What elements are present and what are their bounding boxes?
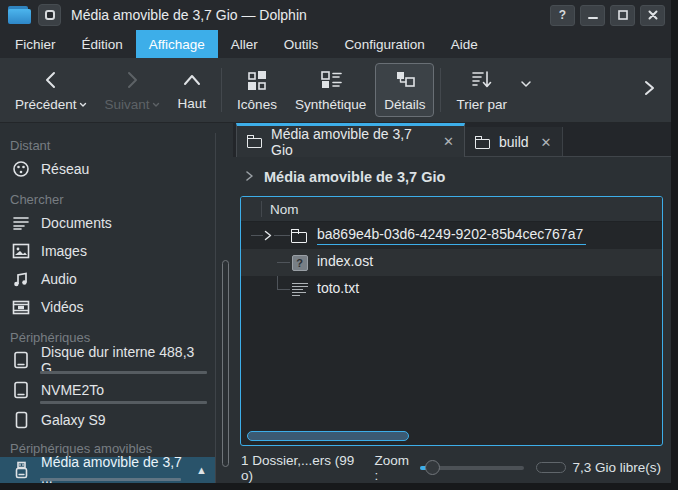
up-button[interactable]: Haut bbox=[169, 64, 216, 116]
column-header[interactable]: Nom bbox=[241, 197, 662, 222]
file-row-index-ost[interactable]: ? index.ost bbox=[241, 249, 662, 276]
menu-edition[interactable]: Édition bbox=[69, 30, 136, 58]
compact-view-button[interactable]: Synthétique bbox=[286, 63, 375, 117]
file-name[interactable]: toto.txt bbox=[317, 280, 359, 296]
capacity-bar bbox=[40, 371, 207, 374]
tab-media-amovible[interactable]: Média amovible de 3,7 Gio ✕ bbox=[236, 123, 465, 157]
places-panel: Distant Réseau Chercher Documents Images bbox=[0, 123, 233, 483]
phone-icon bbox=[12, 411, 30, 429]
help-button[interactable]: ? bbox=[550, 5, 575, 26]
eject-icon[interactable]: ▲ bbox=[196, 464, 207, 476]
minimize-button[interactable] bbox=[580, 5, 605, 26]
toolbar-separator bbox=[221, 68, 222, 112]
sort-by-button[interactable]: Trier par bbox=[447, 63, 516, 117]
chevron-down-icon bbox=[152, 96, 160, 111]
harddisk-icon bbox=[12, 351, 30, 369]
file-row-toto-txt[interactable]: toto.txt bbox=[241, 276, 662, 303]
sort-icon bbox=[470, 69, 494, 94]
breadcrumb[interactable]: Média amovible de 3,7 Gio bbox=[233, 157, 671, 196]
column-header-nom[interactable]: Nom bbox=[241, 202, 299, 217]
menu-aller[interactable]: Aller bbox=[218, 30, 271, 58]
text-file-icon bbox=[291, 281, 308, 298]
breadcrumb-current-folder[interactable]: Média amovible de 3,7 Gio bbox=[264, 169, 445, 185]
icons-view-button[interactable]: Icônes bbox=[228, 63, 286, 117]
network-icon bbox=[12, 160, 30, 178]
dolphin-window: Média amovible de 3,7 Gio — Dolphin ? Fi… bbox=[0, 0, 678, 490]
menu-affichage[interactable]: Affichage bbox=[136, 30, 218, 58]
toolbar-separator bbox=[440, 68, 441, 112]
back-button[interactable]: Précédent bbox=[6, 64, 96, 117]
capacity-bar bbox=[40, 478, 181, 481]
tab-bar: Média amovible de 3,7 Gio ✕ build ✕ bbox=[233, 123, 671, 157]
tab-build[interactable]: build ✕ bbox=[465, 127, 563, 157]
folder-icon bbox=[247, 135, 263, 148]
menu-fichier[interactable]: Fichier bbox=[2, 30, 69, 58]
status-bar: 1 Dossier,...ers (99 o) Zoom : 7,3 Gio l… bbox=[233, 452, 671, 483]
chevron-down-icon bbox=[79, 96, 87, 111]
close-button[interactable] bbox=[640, 5, 665, 26]
close-tab-icon[interactable]: ✕ bbox=[541, 135, 552, 150]
titlebar[interactable]: Média amovible de 3,7 Gio — Dolphin ? bbox=[0, 0, 671, 30]
sidebar-item-documents[interactable]: Documents bbox=[0, 209, 215, 237]
zoom-label: Zoom : bbox=[374, 453, 412, 483]
sidebar-item-reseau[interactable]: Réseau bbox=[0, 155, 215, 183]
video-icon bbox=[12, 300, 30, 315]
expand-chevron-icon[interactable] bbox=[263, 229, 273, 245]
sidebar-item-media-amovible[interactable]: Média amovible de 3,7 ... ▲ bbox=[0, 457, 215, 483]
sidebar-item-disque-interne[interactable]: Disque dur interne 488,3 G... bbox=[0, 347, 215, 377]
maximize-button[interactable] bbox=[610, 5, 635, 26]
toolbar: Précédent Suivant Haut Icônes bbox=[0, 58, 671, 123]
icons-view-icon bbox=[246, 69, 268, 94]
zoom-slider[interactable] bbox=[420, 460, 524, 476]
file-row-folder[interactable]: ba869e4b-03d6-4249-9202-85b4cec767a7 bbox=[241, 222, 662, 249]
sidebar-item-images[interactable]: Images bbox=[0, 237, 215, 265]
zoom-slider-handle[interactable] bbox=[425, 460, 440, 475]
forward-button: Suivant bbox=[96, 64, 169, 117]
horizontal-scrollbar[interactable] bbox=[247, 431, 409, 441]
file-name[interactable]: index.ost bbox=[317, 253, 373, 269]
chevron-right-icon bbox=[641, 78, 657, 102]
free-space-capacity-bar bbox=[536, 462, 567, 473]
removable-media-icon bbox=[38, 4, 61, 26]
chevron-up-icon bbox=[181, 70, 203, 93]
chevron-right-icon bbox=[121, 70, 143, 93]
sidebar-item-galaxy-s9[interactable]: Galaxy S9 bbox=[0, 407, 215, 433]
chevron-right-icon bbox=[245, 168, 254, 186]
close-tab-icon[interactable]: ✕ bbox=[443, 134, 454, 149]
details-view-button[interactable]: Détails bbox=[375, 63, 434, 117]
app-folder-icon bbox=[8, 5, 32, 25]
folder-icon bbox=[475, 136, 491, 149]
unknown-file-icon: ? bbox=[291, 254, 308, 271]
menu-configuration[interactable]: Configuration bbox=[331, 30, 437, 58]
sidebar-item-nvme2to[interactable]: NVME2To bbox=[0, 377, 215, 407]
sidebar-item-audio[interactable]: Audio bbox=[0, 265, 215, 293]
chevron-down-icon[interactable] bbox=[520, 74, 532, 92]
file-view[interactable]: Nom ba869e4b-03d6-4249-9202-85b4cec767a7 bbox=[240, 196, 663, 446]
window-title: Média amovible de 3,7 Gio — Dolphin bbox=[71, 7, 307, 23]
details-view-icon bbox=[394, 69, 416, 94]
capacity-bar bbox=[40, 401, 207, 404]
items-summary: 1 Dossier,...ers (99 o) bbox=[241, 453, 356, 483]
folder-icon bbox=[291, 227, 308, 244]
harddisk-icon bbox=[12, 381, 30, 399]
audio-icon bbox=[12, 271, 30, 288]
file-name[interactable]: ba869e4b-03d6-4249-9202-85b4cec767a7 bbox=[317, 226, 586, 245]
compact-view-icon bbox=[319, 69, 343, 94]
chevron-left-icon bbox=[40, 70, 62, 93]
toolbar-overflow-button[interactable] bbox=[641, 78, 657, 102]
usb-icon bbox=[12, 461, 30, 479]
image-icon bbox=[12, 243, 30, 259]
free-space-label: 7,3 Gio libre(s) bbox=[572, 460, 661, 475]
document-icon bbox=[12, 215, 30, 231]
menu-outils[interactable]: Outils bbox=[271, 30, 332, 58]
section-header-chercher: Chercher bbox=[0, 183, 215, 209]
menu-aide[interactable]: Aide bbox=[438, 30, 491, 58]
sidebar-item-videos[interactable]: Vidéos bbox=[0, 293, 215, 321]
sidebar-scrollbar[interactable] bbox=[222, 260, 229, 467]
menubar: Fichier Édition Affichage Aller Outils C… bbox=[0, 30, 671, 58]
section-header-distant: Distant bbox=[0, 133, 215, 155]
